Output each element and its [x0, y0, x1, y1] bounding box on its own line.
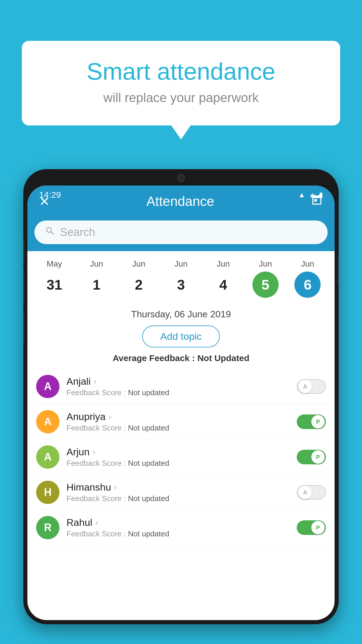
cal-month-label: Jun — [132, 259, 145, 269]
student-info: Rahul ›Feedback Score : Not updated — [66, 517, 290, 538]
cal-month-label: Jun — [301, 259, 314, 269]
cal-day-5[interactable]: Jun5 — [252, 259, 279, 298]
toggle-wrapper[interactable]: P — [297, 414, 326, 429]
phone-frame: 14:29 ▲ ▲ ▮ ✕ Attendance — [23, 169, 339, 644]
student-name: Anjali › — [66, 376, 290, 387]
add-topic-wrapper: Add topic — [27, 326, 335, 347]
chevron-icon: › — [95, 518, 98, 527]
cal-date-number: 2 — [126, 272, 152, 298]
toggle-knob: P — [311, 415, 325, 428]
student-name: Arjun › — [66, 446, 290, 458]
chevron-icon: › — [114, 483, 117, 492]
cal-day-4[interactable]: Jun4 — [210, 259, 236, 298]
cal-month-label: Jun — [217, 259, 230, 269]
volume-up-button — [23, 239, 24, 262]
search-bar[interactable]: Search — [34, 220, 328, 244]
cal-date-number: 1 — [83, 272, 110, 298]
cal-day-2[interactable]: Jun2 — [126, 259, 152, 298]
chevron-icon: › — [92, 447, 95, 457]
avatar: A — [36, 410, 59, 433]
student-name: Rahul › — [66, 517, 290, 528]
toggle-wrapper[interactable]: A — [297, 379, 326, 394]
cal-date-number: 6 — [294, 272, 321, 298]
wifi-icon: ▲ — [298, 191, 305, 199]
student-name: Himanshu › — [66, 482, 290, 493]
cal-date-number: 4 — [210, 272, 236, 298]
search-placeholder: Search — [60, 226, 95, 239]
speech-bubble-wrapper: Smart attendance will replace your paper… — [22, 41, 340, 125]
cal-day-3[interactable]: Jun3 — [168, 259, 194, 298]
toggle-knob: A — [298, 380, 312, 393]
cal-date-number: 3 — [168, 272, 194, 298]
student-list: AAnjali ›Feedback Score : Not updatedAAA… — [27, 369, 335, 545]
student-item[interactable]: AAnupriya ›Feedback Score : Not updatedP — [33, 404, 329, 440]
avatar: A — [36, 445, 59, 469]
cal-month-label: Jun — [259, 259, 272, 269]
status-time: 14:29 — [39, 190, 61, 200]
avatar: H — [36, 481, 59, 504]
attendance-toggle[interactable]: P — [297, 520, 326, 535]
toggle-wrapper[interactable]: P — [297, 520, 326, 535]
main-subtitle: will replace your paperwork — [45, 90, 317, 105]
avatar: R — [36, 516, 59, 539]
cal-month-label: Jun — [90, 259, 103, 269]
cal-day-0[interactable]: May31 — [41, 259, 67, 298]
status-icons: ▲ ▲ ▮ — [298, 191, 323, 199]
student-item[interactable]: AAnjali ›Feedback Score : Not updatedA — [33, 369, 329, 404]
student-item[interactable]: AArjun ›Feedback Score : Not updatedP — [33, 440, 329, 475]
cal-day-6[interactable]: Jun6 — [294, 259, 321, 298]
avatar: A — [36, 375, 59, 398]
toggle-knob: A — [298, 486, 312, 499]
search-bar-wrapper: Search — [27, 217, 335, 251]
student-feedback: Feedback Score : Not updated — [66, 494, 290, 503]
battery-icon: ▮ — [319, 191, 323, 199]
toggle-knob: P — [311, 450, 325, 464]
notch — [155, 169, 207, 184]
extra-button — [23, 309, 24, 344]
volume-down-button — [23, 268, 24, 303]
cal-date-number: 5 — [252, 272, 279, 298]
add-topic-button[interactable]: Add topic — [142, 326, 220, 347]
toggle-wrapper[interactable]: A — [297, 485, 326, 500]
attendance-toggle[interactable]: A — [297, 485, 326, 500]
phone-body: 14:29 ▲ ▲ ▮ ✕ Attendance — [23, 169, 339, 624]
toggle-knob: P — [311, 521, 325, 534]
front-camera — [177, 174, 185, 182]
status-bar: 14:29 ▲ ▲ ▮ — [27, 188, 335, 202]
student-feedback: Feedback Score : Not updated — [66, 529, 290, 538]
student-item[interactable]: RRahul ›Feedback Score : Not updatedP — [33, 510, 329, 545]
chevron-icon: › — [94, 377, 96, 386]
cal-date-number: 31 — [41, 272, 67, 298]
cal-month-label: Jun — [174, 259, 187, 269]
chevron-icon: › — [108, 412, 111, 421]
speech-bubble: Smart attendance will replace your paper… — [22, 41, 340, 125]
student-info: Anupriya ›Feedback Score : Not updated — [66, 411, 290, 433]
student-info: Anjali ›Feedback Score : Not updated — [66, 376, 290, 397]
student-feedback: Feedback Score : Not updated — [66, 424, 290, 433]
student-feedback: Feedback Score : Not updated — [66, 459, 290, 468]
toggle-wrapper[interactable]: P — [297, 450, 326, 464]
main-title: Smart attendance — [45, 58, 317, 85]
attendance-toggle[interactable]: P — [297, 450, 326, 464]
search-icon — [45, 226, 55, 239]
student-name: Anupriya › — [66, 411, 290, 422]
power-button — [338, 257, 339, 286]
phone-screen: 14:29 ▲ ▲ ▮ ✕ Attendance — [27, 186, 335, 620]
avg-feedback: Average Feedback : Not Updated — [27, 353, 335, 363]
attendance-toggle[interactable]: P — [297, 414, 326, 429]
student-item[interactable]: HHimanshu ›Feedback Score : Not updatedA — [33, 475, 329, 510]
attendance-toggle[interactable]: A — [297, 379, 326, 394]
calendar-strip: May31Jun1Jun2Jun3Jun4Jun5Jun6 — [27, 251, 335, 304]
student-feedback: Feedback Score : Not updated — [66, 388, 290, 397]
student-info: Himanshu ›Feedback Score : Not updated — [66, 482, 290, 503]
signal-icon: ▲ — [309, 191, 316, 199]
cal-day-1[interactable]: Jun1 — [83, 259, 110, 298]
cal-month-label: May — [47, 259, 62, 269]
selected-date-label: Thursday, 06 June 2019 — [27, 304, 335, 323]
student-info: Arjun ›Feedback Score : Not updated — [66, 446, 290, 468]
